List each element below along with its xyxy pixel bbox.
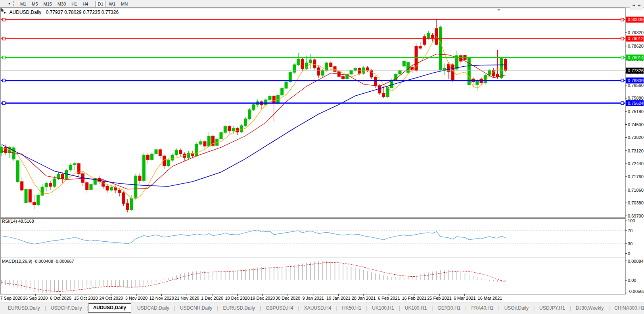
- timeframe-m1-button[interactable]: M1: [18, 1, 29, 7]
- svg-text:15 Oct 2020: 15 Oct 2020: [74, 296, 98, 301]
- svg-text:0.75180: 0.75180: [628, 109, 644, 114]
- moving-averages-layer: [2, 37, 506, 199]
- svg-text:0.73820: 0.73820: [628, 135, 644, 140]
- tab-scroll-left-icon[interactable]: ◄: [631, 2, 636, 8]
- tab-uk100-h1[interactable]: UK100,H1: [367, 304, 399, 312]
- cursor-dropdown-caret-icon[interactable]: ▼: [8, 2, 11, 5]
- svg-text:9 Jan 2021: 9 Jan 2021: [302, 296, 324, 301]
- chart-title: ▼ AUDUSD,Daily 0.77937 0.78029 0.77235 0…: [3, 10, 119, 15]
- tab-audusd-daily[interactable]: AUDUSD,Daily: [88, 303, 131, 313]
- timeframe-buttons: M1M5M15M30H1H4D1W1MN: [17, 0, 130, 7]
- svg-text:28 Jan 2021: 28 Jan 2021: [352, 296, 376, 301]
- svg-text:0.00884: 0.00884: [628, 259, 644, 264]
- svg-text:19 Dec 2020: 19 Dec 2020: [250, 296, 275, 301]
- macd-indicator-label: MACD(12,26,9) -0.000408 -0.000667: [2, 259, 74, 264]
- tab-xauusd-h4[interactable]: XAUUSD,H4: [299, 304, 336, 312]
- chart-canvas[interactable]: 0.793200.786200.779400.772400.765600.758…: [0, 8, 644, 302]
- svg-text:19 Jan 2021: 19 Jan 2021: [326, 296, 351, 301]
- svg-text:0.78014: 0.78014: [628, 55, 644, 60]
- chart-shift-marker-icon: [497, 9, 501, 11]
- svg-text:-0.005651: -0.005651: [628, 289, 644, 294]
- svg-text:0.79320: 0.79320: [628, 30, 644, 35]
- svg-text:26 Sep 2020: 26 Sep 2020: [23, 296, 48, 301]
- svg-text:0.75880: 0.75880: [628, 96, 644, 100]
- svg-text:30 Dec 2020: 30 Dec 2020: [276, 296, 300, 301]
- tab-ger30-h1[interactable]: GER30,H1: [433, 304, 465, 312]
- toolbar-gripper[interactable]: [13, 1, 15, 6]
- svg-text:17 Sep 2020: 17 Sep 2020: [0, 296, 23, 301]
- rsi-indicator-label: RSI(14) 48.5168: [2, 219, 34, 223]
- timeframe-h1-button[interactable]: H1: [69, 1, 79, 7]
- svg-text:0.80009: 0.80009: [628, 17, 644, 22]
- svg-text:0.76809: 0.76809: [628, 78, 644, 83]
- timeframe-mn-button[interactable]: MN: [119, 1, 130, 7]
- price-axis: 0.793200.786200.779400.772400.765600.758…: [625, 17, 644, 218]
- tab-dj30-weekly[interactable]: DJ30,Weekly: [571, 304, 608, 312]
- svg-text:6 Mar 2021: 6 Mar 2021: [454, 296, 476, 301]
- svg-text:0.78620: 0.78620: [628, 44, 644, 48]
- tab-usdcad-daily[interactable]: USDCAD,Daily: [132, 304, 174, 312]
- svg-text:30: 30: [628, 241, 632, 246]
- svg-text:3 Nov 2020: 3 Nov 2020: [125, 296, 148, 301]
- tab-usdjpy-h1[interactable]: USDJPY,H1: [535, 304, 569, 312]
- mt4-window: { "toolbar": { "timeframes": ["M1","M5",…: [0, 0, 644, 314]
- tab-scroll-right-icon[interactable]: ►: [636, 2, 642, 8]
- rsi-panel: 10070300: [1, 218, 635, 256]
- chart-ohlc-values: 0.77937 0.78029 0.77235 0.77326: [46, 10, 119, 15]
- svg-text:10 Dec 2020: 10 Dec 2020: [225, 296, 249, 301]
- tab-scroll-controls: ◄ ►: [630, 0, 643, 10]
- svg-text:0.79012: 0.79012: [628, 36, 644, 41]
- chart-symbol: AUDUSD,Daily: [10, 10, 42, 15]
- svg-text:0.71060: 0.71060: [628, 188, 644, 193]
- tab-usdcnh-daily[interactable]: USDCNH,Daily: [175, 304, 217, 312]
- macd-panel: 0.008840.00-0.005651: [2, 259, 644, 294]
- svg-text:6 Feb 2021: 6 Feb 2021: [378, 296, 400, 301]
- tab-china300-h1[interactable]: CHINA300,H1: [610, 304, 644, 312]
- svg-text:100: 100: [628, 218, 635, 223]
- timeframe-h4-button[interactable]: H4: [80, 1, 90, 7]
- svg-text:0.73120: 0.73120: [628, 148, 644, 153]
- svg-text:24 Oct 2020: 24 Oct 2020: [99, 296, 123, 301]
- timeframe-d1-button[interactable]: D1: [95, 1, 105, 7]
- svg-text:6 Oct 2020: 6 Oct 2020: [50, 296, 71, 301]
- svg-text:70: 70: [628, 228, 632, 233]
- timeframe-m15-button[interactable]: M15: [41, 1, 54, 7]
- symbol-tabbar: EURUSD,Daily|USDCHF,Daily|AUDUSD,Daily|U…: [0, 302, 644, 313]
- tab-usdchf-daily[interactable]: USDCHF,Daily: [46, 304, 87, 312]
- svg-text:0.72440: 0.72440: [628, 161, 644, 166]
- tab-hk50-h1[interactable]: HK50,H1: [337, 304, 366, 312]
- svg-text:1 Dec 2020: 1 Dec 2020: [201, 296, 223, 301]
- candles-layer: [0, 19, 507, 212]
- crosshair-cursor-icon[interactable]: [1, 1, 8, 6]
- symbol-dropdown-icon[interactable]: ▼: [3, 11, 6, 15]
- toolbar: ▼ M1M5M15M30H1H4D1W1MN: [0, 0, 644, 8]
- svg-text:25 Feb 2021: 25 Feb 2021: [427, 296, 452, 301]
- svg-text:0.75624: 0.75624: [628, 101, 644, 106]
- svg-text:0.71760: 0.71760: [628, 174, 644, 179]
- tab-uk100-h1[interactable]: UK100,H1: [400, 304, 431, 312]
- timeframe-m5-button[interactable]: M5: [29, 1, 40, 7]
- svg-text:0.77326: 0.77326: [628, 68, 644, 73]
- svg-text:21 Nov 2020: 21 Nov 2020: [174, 296, 199, 301]
- tab-fra40-h1[interactable]: FRA40,H1: [466, 304, 498, 312]
- tab-eurusd-daily[interactable]: EURUSD,Daily: [218, 304, 260, 312]
- svg-text:0.70380: 0.70380: [628, 200, 644, 205]
- svg-text:16 Feb 2021: 16 Feb 2021: [402, 296, 426, 301]
- timeframe-w1-button[interactable]: W1: [107, 1, 118, 7]
- time-axis: 17 Sep 202026 Sep 20206 Oct 202015 Oct 2…: [0, 294, 502, 301]
- chart-frame: [0, 8, 625, 294]
- svg-text:16 Mar 2021: 16 Mar 2021: [478, 296, 502, 301]
- tab-gbpusd-h4[interactable]: GBPUSD,H4: [261, 304, 298, 312]
- svg-text:0.74500: 0.74500: [628, 122, 644, 127]
- svg-text:0.69700: 0.69700: [628, 214, 644, 218]
- svg-text:0: 0: [628, 251, 630, 256]
- tab-eurusd-daily[interactable]: EURUSD,Daily: [3, 304, 45, 312]
- svg-text:0.76560: 0.76560: [628, 83, 644, 88]
- tab-usoil-daily[interactable]: USOil,Daily: [500, 304, 533, 312]
- svg-text:12 Nov 2020: 12 Nov 2020: [149, 296, 174, 301]
- svg-text:0.00: 0.00: [628, 278, 636, 283]
- timeframe-m30-button[interactable]: M30: [55, 1, 68, 7]
